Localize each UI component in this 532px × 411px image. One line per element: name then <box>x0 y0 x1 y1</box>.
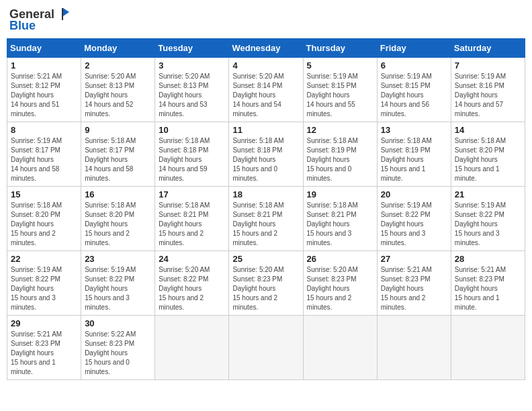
calendar-cell: 28 Sunrise: 5:21 AM Sunset: 8:23 PM Dayl… <box>451 251 525 316</box>
calendar-cell <box>303 316 377 380</box>
day-info: Sunrise: 5:19 AM Sunset: 8:17 PM Dayligh… <box>11 136 77 183</box>
day-info: Sunrise: 5:18 AM Sunset: 8:21 PM Dayligh… <box>159 201 225 248</box>
day-number: 19 <box>307 189 373 199</box>
day-number: 1 <box>11 60 77 71</box>
day-number: 24 <box>159 254 225 264</box>
day-info: Sunrise: 5:19 AM Sunset: 8:22 PM Dayligh… <box>85 265 151 312</box>
calendar-cell <box>155 316 229 380</box>
day-info: Sunrise: 5:18 AM Sunset: 8:20 PM Dayligh… <box>11 201 77 248</box>
calendar-cell: 24 Sunrise: 5:20 AM Sunset: 8:22 PM Dayl… <box>155 251 229 316</box>
day-number: 9 <box>85 125 151 135</box>
day-number: 21 <box>455 189 521 199</box>
col-header-thursday: Thursday <box>303 39 377 58</box>
calendar-cell: 10 Sunrise: 5:18 AM Sunset: 8:18 PM Dayl… <box>155 122 229 187</box>
day-number: 5 <box>307 60 373 71</box>
calendar-cell: 20 Sunrise: 5:19 AM Sunset: 8:22 PM Dayl… <box>377 187 451 251</box>
calendar-header-row: SundayMondayTuesdayWednesdayThursdayFrid… <box>7 39 525 58</box>
day-info: Sunrise: 5:20 AM Sunset: 8:23 PM Dayligh… <box>232 265 299 312</box>
calendar-cell: 4 Sunrise: 5:20 AM Sunset: 8:14 PM Dayli… <box>229 58 303 122</box>
day-info: Sunrise: 5:19 AM Sunset: 8:15 PM Dayligh… <box>381 72 447 119</box>
calendar-cell: 17 Sunrise: 5:18 AM Sunset: 8:21 PM Dayl… <box>155 187 229 251</box>
day-number: 25 <box>232 254 299 264</box>
day-info: Sunrise: 5:18 AM Sunset: 8:20 PM Dayligh… <box>85 201 151 248</box>
col-header-tuesday: Tuesday <box>155 39 229 58</box>
day-number: 17 <box>159 189 225 199</box>
day-number: 6 <box>381 60 447 71</box>
calendar-cell: 25 Sunrise: 5:20 AM Sunset: 8:23 PM Dayl… <box>229 251 303 316</box>
day-info: Sunrise: 5:19 AM Sunset: 8:16 PM Dayligh… <box>455 72 521 119</box>
col-header-wednesday: Wednesday <box>229 39 303 58</box>
day-info: Sunrise: 5:21 AM Sunset: 8:23 PM Dayligh… <box>381 265 447 312</box>
col-header-monday: Monday <box>81 39 155 58</box>
day-info: Sunrise: 5:18 AM Sunset: 8:21 PM Dayligh… <box>307 201 373 248</box>
day-number: 7 <box>455 60 521 71</box>
calendar-week-4: 22 Sunrise: 5:19 AM Sunset: 8:22 PM Dayl… <box>7 251 525 316</box>
calendar-cell: 13 Sunrise: 5:18 AM Sunset: 8:19 PM Dayl… <box>377 122 451 187</box>
calendar-cell: 2 Sunrise: 5:20 AM Sunset: 8:13 PM Dayli… <box>81 58 155 122</box>
calendar-cell <box>229 316 303 380</box>
day-number: 28 <box>455 254 521 264</box>
calendar-cell: 26 Sunrise: 5:20 AM Sunset: 8:23 PM Dayl… <box>303 251 377 316</box>
calendar-cell <box>451 316 525 380</box>
day-info: Sunrise: 5:20 AM Sunset: 8:23 PM Dayligh… <box>307 265 373 312</box>
day-number: 29 <box>11 318 77 328</box>
day-number: 4 <box>232 60 299 71</box>
calendar-cell: 5 Sunrise: 5:19 AM Sunset: 8:15 PM Dayli… <box>303 58 377 122</box>
day-info: Sunrise: 5:18 AM Sunset: 8:21 PM Dayligh… <box>232 201 299 248</box>
day-info: Sunrise: 5:20 AM Sunset: 8:22 PM Dayligh… <box>159 265 225 312</box>
day-info: Sunrise: 5:18 AM Sunset: 8:18 PM Dayligh… <box>159 136 225 183</box>
day-info: Sunrise: 5:20 AM Sunset: 8:13 PM Dayligh… <box>159 72 225 119</box>
calendar-cell: 3 Sunrise: 5:20 AM Sunset: 8:13 PM Dayli… <box>155 58 229 122</box>
calendar-cell: 12 Sunrise: 5:18 AM Sunset: 8:19 PM Dayl… <box>303 122 377 187</box>
col-header-sunday: Sunday <box>7 39 81 58</box>
calendar-cell: 11 Sunrise: 5:18 AM Sunset: 8:18 PM Dayl… <box>229 122 303 187</box>
day-number: 26 <box>307 254 373 264</box>
calendar-cell: 22 Sunrise: 5:19 AM Sunset: 8:22 PM Dayl… <box>7 251 81 316</box>
calendar-cell: 16 Sunrise: 5:18 AM Sunset: 8:20 PM Dayl… <box>81 187 155 251</box>
calendar-table: SundayMondayTuesdayWednesdayThursdayFrid… <box>7 38 525 380</box>
day-number: 23 <box>85 254 151 264</box>
calendar-cell: 23 Sunrise: 5:19 AM Sunset: 8:22 PM Dayl… <box>81 251 155 316</box>
calendar-cell: 19 Sunrise: 5:18 AM Sunset: 8:21 PM Dayl… <box>303 187 377 251</box>
calendar-cell: 7 Sunrise: 5:19 AM Sunset: 8:16 PM Dayli… <box>451 58 525 122</box>
logo: General Blue <box>9 7 71 33</box>
day-info: Sunrise: 5:21 AM Sunset: 8:12 PM Dayligh… <box>11 72 77 119</box>
day-info: Sunrise: 5:18 AM Sunset: 8:19 PM Dayligh… <box>307 136 373 183</box>
day-info: Sunrise: 5:19 AM Sunset: 8:22 PM Dayligh… <box>455 201 521 248</box>
day-info: Sunrise: 5:18 AM Sunset: 8:19 PM Dayligh… <box>381 136 447 183</box>
calendar-week-5: 29 Sunrise: 5:21 AM Sunset: 8:23 PM Dayl… <box>7 316 525 380</box>
calendar-cell: 27 Sunrise: 5:21 AM Sunset: 8:23 PM Dayl… <box>377 251 451 316</box>
calendar-cell: 30 Sunrise: 5:22 AM Sunset: 8:23 PM Dayl… <box>81 316 155 380</box>
day-number: 20 <box>381 189 447 199</box>
day-info: Sunrise: 5:18 AM Sunset: 8:18 PM Dayligh… <box>232 136 299 183</box>
day-number: 16 <box>85 189 151 199</box>
day-number: 8 <box>11 125 77 135</box>
day-number: 10 <box>159 125 225 135</box>
day-number: 30 <box>85 318 151 328</box>
svg-rect-1 <box>62 8 63 20</box>
day-info: Sunrise: 5:19 AM Sunset: 8:15 PM Dayligh… <box>307 72 373 119</box>
day-info: Sunrise: 5:18 AM Sunset: 8:20 PM Dayligh… <box>455 136 521 183</box>
day-info: Sunrise: 5:22 AM Sunset: 8:23 PM Dayligh… <box>85 330 151 377</box>
day-number: 15 <box>11 189 77 199</box>
day-info: Sunrise: 5:19 AM Sunset: 8:22 PM Dayligh… <box>11 265 77 312</box>
day-number: 13 <box>381 125 447 135</box>
calendar-cell: 14 Sunrise: 5:18 AM Sunset: 8:20 PM Dayl… <box>451 122 525 187</box>
calendar-cell: 6 Sunrise: 5:19 AM Sunset: 8:15 PM Dayli… <box>377 58 451 122</box>
col-header-saturday: Saturday <box>451 39 525 58</box>
col-header-friday: Friday <box>377 39 451 58</box>
day-info: Sunrise: 5:18 AM Sunset: 8:17 PM Dayligh… <box>85 136 151 183</box>
day-number: 3 <box>159 60 225 71</box>
day-number: 11 <box>232 125 299 135</box>
day-info: Sunrise: 5:19 AM Sunset: 8:22 PM Dayligh… <box>381 201 447 248</box>
day-info: Sunrise: 5:21 AM Sunset: 8:23 PM Dayligh… <box>11 330 77 377</box>
calendar-cell: 9 Sunrise: 5:18 AM Sunset: 8:17 PM Dayli… <box>81 122 155 187</box>
calendar-cell: 15 Sunrise: 5:18 AM Sunset: 8:20 PM Dayl… <box>7 187 81 251</box>
calendar-week-3: 15 Sunrise: 5:18 AM Sunset: 8:20 PM Dayl… <box>7 187 525 251</box>
day-number: 27 <box>381 254 447 264</box>
day-number: 12 <box>307 125 373 135</box>
calendar-cell: 1 Sunrise: 5:21 AM Sunset: 8:12 PM Dayli… <box>7 58 81 122</box>
day-info: Sunrise: 5:20 AM Sunset: 8:13 PM Dayligh… <box>85 72 151 119</box>
calendar-cell: 18 Sunrise: 5:18 AM Sunset: 8:21 PM Dayl… <box>229 187 303 251</box>
day-info: Sunrise: 5:20 AM Sunset: 8:14 PM Dayligh… <box>232 72 299 119</box>
